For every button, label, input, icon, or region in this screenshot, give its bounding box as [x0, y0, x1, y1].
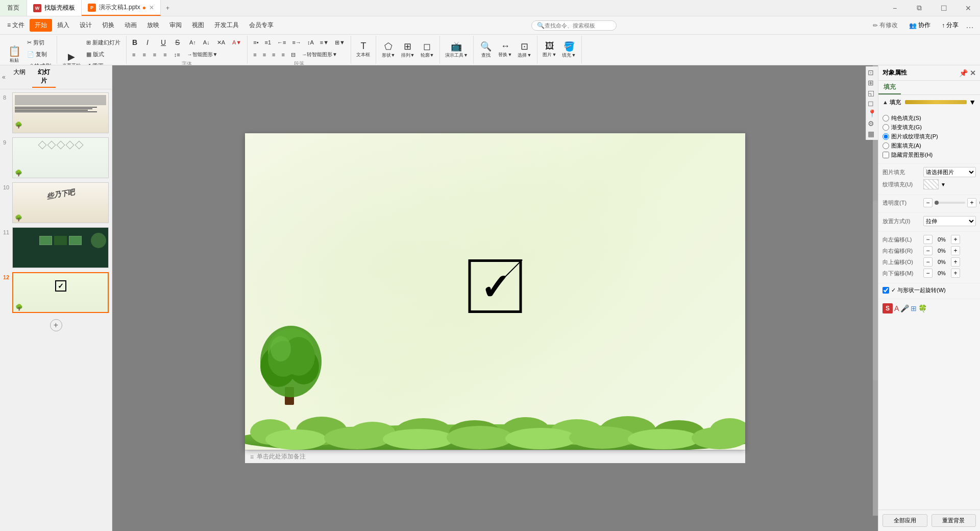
reset-button[interactable]: ↺ 重置 [84, 60, 123, 65]
search-input[interactable] [545, 22, 611, 29]
more-options-icon[interactable]: … [966, 21, 974, 30]
solid-fill-radio[interactable]: 纯色填充(S) [883, 114, 976, 122]
checkbox-object[interactable]: ✓ [469, 259, 522, 313]
align-right2[interactable]: ≡ [270, 49, 278, 60]
notes-bar[interactable]: ≡ 单击此处添加备注 [245, 450, 745, 463]
texture-dropdown[interactable]: ▼ [941, 182, 946, 187]
list-item[interactable]: 12 ✓ 🌳 [2, 271, 110, 314]
offset-up-increase[interactable]: + [951, 257, 960, 267]
rotate-checkbox[interactable]: ✓ 与形状一起旋转(W) [883, 286, 976, 294]
align-left-button[interactable]: ≡ [130, 49, 138, 60]
close-button[interactable]: ✕ [957, 0, 980, 16]
fill-btn[interactable]: 🪣 填充▼ [560, 37, 578, 62]
home-tab[interactable]: 首页 [0, 0, 27, 16]
transparency-slider[interactable] [935, 202, 965, 204]
slide-thumbnail-11[interactable] [12, 227, 109, 268]
align-justify2[interactable]: ≡ [279, 49, 287, 60]
hide-bg-checkbox[interactable]: 隐藏背景图形(H) [883, 151, 976, 159]
textbox-button[interactable]: T 文本框 [354, 37, 373, 62]
gradient-fill-radio[interactable]: 渐变填充(G) [883, 124, 976, 131]
align-center2[interactable]: ≡ [260, 49, 268, 60]
fill-color-slider[interactable] [905, 100, 967, 104]
justify-button[interactable]: ≡ [161, 49, 169, 60]
brand-mic-icon[interactable]: 🎤 [900, 304, 909, 312]
wps-tab[interactable]: W 找版壳模板 [27, 0, 82, 16]
slide-thumbnail-10[interactable]: 些乃下吧 🌳 [12, 182, 109, 223]
convert-smartart[interactable]: →智能图形▼ [185, 49, 220, 60]
menu-member[interactable]: 会员专享 [244, 19, 279, 32]
ppt-tool-button[interactable]: 📺 演示工具▼ [443, 37, 470, 62]
gradient-fill-input[interactable] [883, 124, 889, 131]
offset-down-increase[interactable]: + [951, 269, 960, 278]
new-slide-button[interactable]: ⊞ 新建幻灯片 [84, 37, 123, 48]
indent-increase[interactable]: ≡→ [290, 37, 304, 48]
pattern-fill-input[interactable] [883, 142, 889, 149]
text-columns-button[interactable]: ⊞▼ [332, 37, 348, 48]
solid-fill-input[interactable] [883, 115, 889, 122]
format-painter-button[interactable]: 🖌 格式刷 [24, 60, 54, 65]
list-item[interactable]: 10 些乃下吧 🌳 [2, 181, 110, 224]
rotate-text-btn[interactable]: →转智能图形▼ [299, 49, 340, 60]
arrange-button[interactable]: ⊞ 排列▼ [399, 37, 417, 62]
list-item[interactable]: 11 [2, 226, 110, 269]
menu-design[interactable]: 设计 [75, 19, 97, 32]
new-tab-button[interactable]: + [161, 5, 175, 12]
hide-bg-input[interactable] [883, 152, 889, 158]
offset-left-decrease[interactable]: − [923, 235, 933, 244]
notes-placeholder[interactable]: 单击此处添加备注 [257, 452, 306, 461]
menu-slideshow[interactable]: 放映 [142, 19, 164, 32]
cut-button[interactable]: ✂ 剪切 [24, 37, 54, 48]
text-direction-button[interactable]: ↕A [305, 37, 316, 48]
text-clear-format[interactable]: ✕A [214, 37, 228, 48]
layout-button[interactable]: ▦ 版式 [84, 49, 123, 60]
brand-grid-icon[interactable]: ⊞ [911, 304, 917, 312]
menu-insert[interactable]: 插入 [52, 19, 75, 32]
italic-button[interactable]: I [144, 37, 156, 48]
offset-right-decrease[interactable]: − [923, 246, 933, 255]
font-size-increase[interactable]: A↑ [187, 37, 199, 48]
apply-all-button[interactable]: 全部应用 [883, 514, 927, 527]
collaborate-button[interactable]: 👥 协作 [905, 19, 935, 31]
line-spacing-button[interactable]: ↕≡ [172, 49, 183, 60]
tab-outline[interactable]: 大纲 [8, 66, 31, 88]
bullet-list-button[interactable]: ≡• [251, 37, 261, 48]
outline-button[interactable]: ◻ 轮廓▼ [418, 37, 436, 62]
brand-leaf-icon[interactable]: 🍀 [918, 304, 927, 312]
align-center-button[interactable]: ≡ [140, 49, 148, 60]
restore-button[interactable]: ⧉ [908, 0, 931, 16]
menu-view[interactable]: 视图 [187, 19, 209, 32]
close-right-panel[interactable]: ✕ [970, 69, 976, 77]
underline-button[interactable]: U [158, 37, 170, 48]
file-tab-close[interactable]: ✕ [149, 4, 154, 11]
offset-down-decrease[interactable]: − [923, 269, 933, 278]
slide-thumbnail-8[interactable]: 🌳 [12, 92, 109, 133]
paste-button[interactable]: 📋 粘贴 [5, 41, 23, 65]
play-current-button[interactable]: ▶ 当页开始 [60, 47, 83, 66]
transparency-increase[interactable]: + [967, 198, 976, 207]
rotate-input[interactable] [883, 287, 889, 294]
menu-transition[interactable]: 切换 [97, 19, 119, 32]
image-fill-select[interactable]: 请选择图片 [923, 167, 976, 177]
align-left2[interactable]: ≡ [251, 49, 259, 60]
shape-button[interactable]: ⬠ 形状▼ [379, 37, 398, 62]
texture-selector[interactable] [923, 179, 939, 189]
numbered-list-button[interactable]: ≡1 [262, 37, 274, 48]
maximize-button[interactable]: ☐ [932, 0, 955, 16]
pin-icon[interactable]: 📌 [959, 69, 968, 77]
file-tab[interactable]: P 演示文稿1.pptx ● ✕ [82, 0, 161, 16]
edit-button[interactable]: ✏ 有修改 [869, 19, 902, 31]
add-slide-button[interactable]: + [2, 316, 110, 334]
slide-thumbnail-12[interactable]: ✓ 🌳 [12, 272, 109, 313]
strikethrough-button[interactable]: S [173, 37, 185, 48]
picture-fill-input[interactable] [883, 133, 889, 140]
placement-select[interactable]: 拉伸 [923, 216, 976, 226]
find-button[interactable]: 🔍 查找 [477, 37, 495, 62]
list-item[interactable]: 8 🌳 [2, 91, 110, 134]
rp-tab-fill[interactable]: 填充 [878, 81, 901, 94]
offset-left-increase[interactable]: + [951, 235, 960, 244]
replace-button[interactable]: ↔ 替换▼ [496, 37, 514, 62]
indent-decrease[interactable]: ←≡ [275, 37, 288, 48]
menu-file[interactable]: ≡ 文件 [2, 19, 30, 32]
copy-button[interactable]: 📄 复制 [24, 49, 54, 60]
fill-dropdown-arrow[interactable]: ▼ [969, 98, 976, 106]
